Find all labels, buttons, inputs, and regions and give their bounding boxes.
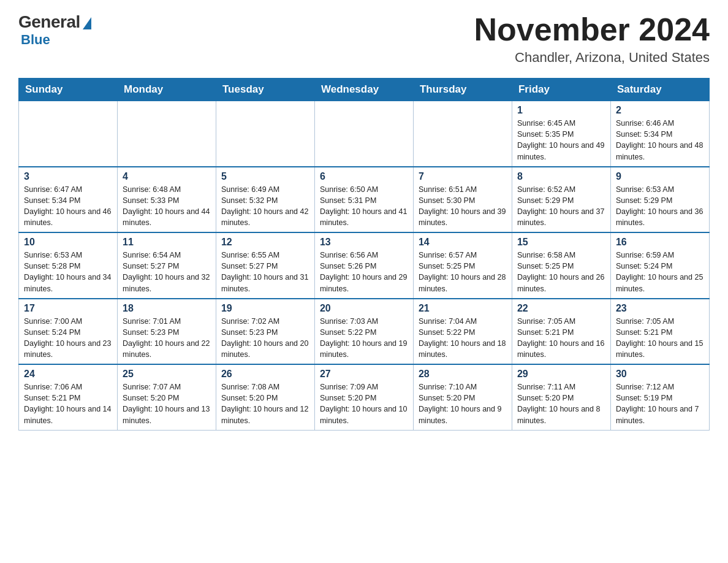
calendar-cell: 16Sunrise: 6:59 AM Sunset: 5:24 PM Dayli…: [610, 232, 709, 299]
weekday-header-monday: Monday: [117, 79, 216, 101]
day-info: Sunrise: 6:56 AM Sunset: 5:26 PM Dayligh…: [320, 250, 408, 294]
calendar-cell: 17Sunrise: 7:00 AM Sunset: 5:24 PM Dayli…: [19, 299, 118, 365]
day-number: 23: [616, 303, 704, 314]
day-info: Sunrise: 7:00 AM Sunset: 5:24 PM Dayligh…: [24, 316, 112, 361]
calendar-cell: [19, 101, 118, 167]
day-number: 2: [616, 105, 704, 116]
calendar-cell: 1Sunrise: 6:45 AM Sunset: 5:35 PM Daylig…: [512, 101, 610, 167]
month-title: November 2024: [474, 12, 710, 47]
day-number: 30: [616, 369, 704, 380]
calendar-cell: 12Sunrise: 6:55 AM Sunset: 5:27 PM Dayli…: [216, 232, 314, 299]
logo-blue-text: Blue: [21, 32, 50, 48]
day-info: Sunrise: 6:49 AM Sunset: 5:32 PM Dayligh…: [221, 184, 309, 229]
day-info: Sunrise: 7:12 AM Sunset: 5:19 PM Dayligh…: [616, 381, 704, 426]
day-info: Sunrise: 7:04 AM Sunset: 5:22 PM Dayligh…: [419, 316, 507, 361]
day-info: Sunrise: 6:53 AM Sunset: 5:29 PM Dayligh…: [616, 184, 704, 229]
day-info: Sunrise: 7:09 AM Sunset: 5:20 PM Dayligh…: [320, 381, 408, 426]
day-number: 24: [24, 369, 112, 380]
calendar-week-3: 10Sunrise: 6:53 AM Sunset: 5:28 PM Dayli…: [19, 232, 710, 299]
location-text: Chandler, Arizona, United States: [474, 50, 710, 66]
calendar-cell: [117, 101, 216, 167]
day-number: 29: [517, 369, 605, 380]
day-number: 10: [24, 237, 112, 248]
weekday-header-row: SundayMondayTuesdayWednesdayThursdayFrid…: [19, 79, 710, 101]
calendar-cell: 5Sunrise: 6:49 AM Sunset: 5:32 PM Daylig…: [216, 167, 314, 233]
day-info: Sunrise: 7:05 AM Sunset: 5:21 PM Dayligh…: [517, 316, 605, 361]
logo: General Blue: [18, 12, 91, 48]
calendar-cell: [314, 101, 413, 167]
weekday-header-sunday: Sunday: [19, 79, 118, 101]
calendar-cell: 14Sunrise: 6:57 AM Sunset: 5:25 PM Dayli…: [413, 232, 512, 299]
day-info: Sunrise: 7:02 AM Sunset: 5:23 PM Dayligh…: [221, 316, 309, 361]
day-number: 5: [221, 171, 309, 182]
calendar-week-2: 3Sunrise: 6:47 AM Sunset: 5:34 PM Daylig…: [19, 167, 710, 233]
weekday-header-friday: Friday: [512, 79, 610, 101]
day-info: Sunrise: 7:06 AM Sunset: 5:21 PM Dayligh…: [24, 381, 112, 426]
day-number: 19: [221, 303, 309, 314]
day-info: Sunrise: 7:08 AM Sunset: 5:20 PM Dayligh…: [221, 381, 309, 426]
calendar-cell: 10Sunrise: 6:53 AM Sunset: 5:28 PM Dayli…: [19, 232, 118, 299]
day-number: 16: [616, 237, 704, 248]
page-header: General Blue November 2024 Chandler, Ari…: [18, 12, 710, 66]
weekday-header-saturday: Saturday: [610, 79, 709, 101]
logo-triangle-icon: [83, 17, 91, 29]
weekday-header-wednesday: Wednesday: [314, 79, 413, 101]
calendar-cell: 22Sunrise: 7:05 AM Sunset: 5:21 PM Dayli…: [512, 299, 610, 365]
calendar-cell: 27Sunrise: 7:09 AM Sunset: 5:20 PM Dayli…: [314, 364, 413, 430]
day-info: Sunrise: 6:57 AM Sunset: 5:25 PM Dayligh…: [419, 250, 507, 294]
day-number: 7: [419, 171, 507, 182]
calendar-cell: 13Sunrise: 6:56 AM Sunset: 5:26 PM Dayli…: [314, 232, 413, 299]
calendar-cell: 21Sunrise: 7:04 AM Sunset: 5:22 PM Dayli…: [413, 299, 512, 365]
title-block: November 2024 Chandler, Arizona, United …: [474, 12, 710, 66]
day-number: 12: [221, 237, 309, 248]
calendar-week-4: 17Sunrise: 7:00 AM Sunset: 5:24 PM Dayli…: [19, 299, 710, 365]
weekday-header-thursday: Thursday: [413, 79, 512, 101]
day-info: Sunrise: 7:07 AM Sunset: 5:20 PM Dayligh…: [123, 381, 211, 426]
day-info: Sunrise: 6:59 AM Sunset: 5:24 PM Dayligh…: [616, 250, 704, 294]
day-info: Sunrise: 7:03 AM Sunset: 5:22 PM Dayligh…: [320, 316, 408, 361]
day-info: Sunrise: 6:52 AM Sunset: 5:29 PM Dayligh…: [517, 184, 605, 229]
day-info: Sunrise: 6:50 AM Sunset: 5:31 PM Dayligh…: [320, 184, 408, 229]
day-info: Sunrise: 6:45 AM Sunset: 5:35 PM Dayligh…: [517, 118, 605, 163]
day-number: 13: [320, 237, 408, 248]
calendar-cell: 19Sunrise: 7:02 AM Sunset: 5:23 PM Dayli…: [216, 299, 314, 365]
day-number: 26: [221, 369, 309, 380]
logo-general-text: General: [18, 12, 80, 32]
day-number: 21: [419, 303, 507, 314]
day-info: Sunrise: 6:53 AM Sunset: 5:28 PM Dayligh…: [24, 250, 112, 294]
day-info: Sunrise: 7:10 AM Sunset: 5:20 PM Dayligh…: [419, 381, 507, 426]
calendar-cell: 24Sunrise: 7:06 AM Sunset: 5:21 PM Dayli…: [19, 364, 118, 430]
day-number: 22: [517, 303, 605, 314]
calendar-cell: 6Sunrise: 6:50 AM Sunset: 5:31 PM Daylig…: [314, 167, 413, 233]
day-number: 25: [123, 369, 211, 380]
calendar-table: SundayMondayTuesdayWednesdayThursdayFrid…: [18, 78, 710, 431]
calendar-cell: 3Sunrise: 6:47 AM Sunset: 5:34 PM Daylig…: [19, 167, 118, 233]
calendar-cell: 11Sunrise: 6:54 AM Sunset: 5:27 PM Dayli…: [117, 232, 216, 299]
day-number: 17: [24, 303, 112, 314]
day-info: Sunrise: 6:58 AM Sunset: 5:25 PM Dayligh…: [517, 250, 605, 294]
calendar-cell: 18Sunrise: 7:01 AM Sunset: 5:23 PM Dayli…: [117, 299, 216, 365]
day-info: Sunrise: 7:01 AM Sunset: 5:23 PM Dayligh…: [123, 316, 211, 361]
day-number: 1: [517, 105, 605, 116]
day-number: 18: [123, 303, 211, 314]
day-number: 11: [123, 237, 211, 248]
calendar-cell: 26Sunrise: 7:08 AM Sunset: 5:20 PM Dayli…: [216, 364, 314, 430]
calendar-cell: [413, 101, 512, 167]
calendar-week-5: 24Sunrise: 7:06 AM Sunset: 5:21 PM Dayli…: [19, 364, 710, 430]
day-number: 27: [320, 369, 408, 380]
day-number: 3: [24, 171, 112, 182]
day-info: Sunrise: 7:11 AM Sunset: 5:20 PM Dayligh…: [517, 381, 605, 426]
calendar-cell: 4Sunrise: 6:48 AM Sunset: 5:33 PM Daylig…: [117, 167, 216, 233]
calendar-cell: 2Sunrise: 6:46 AM Sunset: 5:34 PM Daylig…: [610, 101, 709, 167]
calendar-cell: 9Sunrise: 6:53 AM Sunset: 5:29 PM Daylig…: [610, 167, 709, 233]
calendar-cell: 7Sunrise: 6:51 AM Sunset: 5:30 PM Daylig…: [413, 167, 512, 233]
calendar-cell: 8Sunrise: 6:52 AM Sunset: 5:29 PM Daylig…: [512, 167, 610, 233]
calendar-cell: 30Sunrise: 7:12 AM Sunset: 5:19 PM Dayli…: [610, 364, 709, 430]
calendar-cell: 25Sunrise: 7:07 AM Sunset: 5:20 PM Dayli…: [117, 364, 216, 430]
day-number: 6: [320, 171, 408, 182]
weekday-header-tuesday: Tuesday: [216, 79, 314, 101]
day-number: 4: [123, 171, 211, 182]
day-info: Sunrise: 6:48 AM Sunset: 5:33 PM Dayligh…: [123, 184, 211, 229]
calendar-cell: 23Sunrise: 7:05 AM Sunset: 5:21 PM Dayli…: [610, 299, 709, 365]
day-number: 28: [419, 369, 507, 380]
